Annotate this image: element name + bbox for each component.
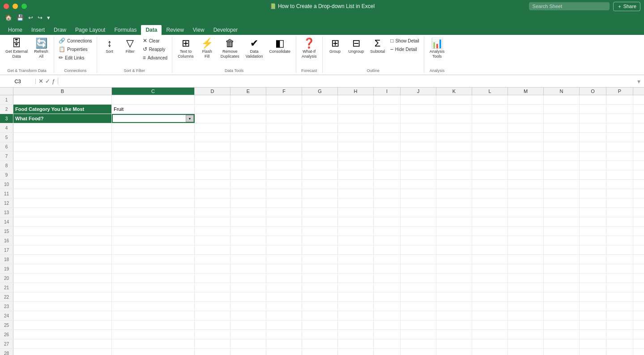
cell-d28[interactable] bbox=[195, 349, 230, 355]
cell-c21[interactable] bbox=[112, 283, 195, 292]
cell-m28[interactable] bbox=[508, 349, 544, 355]
row-number-23[interactable]: 23 bbox=[0, 302, 13, 311]
cell-g11[interactable] bbox=[302, 189, 338, 198]
cell-p2[interactable] bbox=[606, 105, 633, 114]
cell-f13[interactable] bbox=[266, 208, 302, 217]
cell-d20[interactable] bbox=[195, 274, 230, 283]
cell-d25[interactable] bbox=[195, 321, 230, 330]
cell-l11[interactable] bbox=[472, 189, 508, 198]
cell-q14[interactable] bbox=[633, 217, 644, 226]
cell-c24[interactable] bbox=[112, 311, 195, 320]
cell-h4[interactable] bbox=[338, 123, 374, 132]
more-icon[interactable]: ▾ bbox=[46, 13, 51, 22]
cell-l28[interactable] bbox=[472, 349, 508, 355]
row-number-15[interactable]: 15 bbox=[0, 227, 13, 236]
cell-e1[interactable] bbox=[230, 95, 266, 104]
cell-g12[interactable] bbox=[302, 199, 338, 207]
cell-i19[interactable] bbox=[374, 264, 401, 273]
cell-m3[interactable] bbox=[508, 114, 544, 123]
cell-q12[interactable] bbox=[633, 199, 644, 207]
cell-h12[interactable] bbox=[338, 199, 374, 207]
cell-g20[interactable] bbox=[302, 274, 338, 283]
cell-o7[interactable] bbox=[580, 152, 606, 161]
col-header-c[interactable]: C bbox=[112, 88, 195, 95]
cell-d3[interactable] bbox=[195, 114, 230, 123]
cell-j8[interactable] bbox=[401, 161, 436, 170]
row-number-3[interactable]: 3 bbox=[0, 114, 13, 123]
cell-g2[interactable] bbox=[302, 105, 338, 114]
cell-g27[interactable] bbox=[302, 339, 338, 348]
cell-n27[interactable] bbox=[544, 339, 580, 348]
cell-f22[interactable] bbox=[266, 292, 302, 301]
cell-q4[interactable] bbox=[633, 123, 644, 132]
cell-b21[interactable] bbox=[13, 283, 112, 292]
cell-m21[interactable] bbox=[508, 283, 544, 292]
cell-m12[interactable] bbox=[508, 199, 544, 207]
cell-j4[interactable] bbox=[401, 123, 436, 132]
cell-g21[interactable] bbox=[302, 283, 338, 292]
row-number-5[interactable]: 5 bbox=[0, 133, 13, 142]
cell-f19[interactable] bbox=[266, 264, 302, 273]
cell-n12[interactable] bbox=[544, 199, 580, 207]
cell-p9[interactable] bbox=[606, 170, 633, 179]
cell-b14[interactable] bbox=[13, 217, 112, 226]
formula-expand-icon[interactable]: ▾ bbox=[637, 78, 644, 85]
cell-l5[interactable] bbox=[472, 133, 508, 142]
cell-l20[interactable] bbox=[472, 274, 508, 283]
cell-d2[interactable] bbox=[195, 105, 230, 114]
refresh-all-button[interactable]: 🔄 RefreshAll bbox=[31, 37, 51, 61]
cell-k27[interactable] bbox=[436, 339, 472, 348]
row-number-1[interactable]: 1 bbox=[0, 95, 13, 104]
cell-e26[interactable] bbox=[230, 330, 266, 339]
row-number-6[interactable]: 6 bbox=[0, 142, 13, 151]
cell-p7[interactable] bbox=[606, 152, 633, 161]
cell-m10[interactable] bbox=[508, 180, 544, 189]
cell-q24[interactable] bbox=[633, 311, 644, 320]
cell-o25[interactable] bbox=[580, 321, 606, 330]
cell-d26[interactable] bbox=[195, 330, 230, 339]
cell-c18[interactable] bbox=[112, 255, 195, 264]
cell-b24[interactable] bbox=[13, 311, 112, 320]
cell-i27[interactable] bbox=[374, 339, 401, 348]
cell-i3[interactable] bbox=[374, 114, 401, 123]
redo-icon[interactable]: ↪ bbox=[36, 13, 44, 22]
cell-k6[interactable] bbox=[436, 142, 472, 151]
cell-j6[interactable] bbox=[401, 142, 436, 151]
cell-n28[interactable] bbox=[544, 349, 580, 355]
cell-g6[interactable] bbox=[302, 142, 338, 151]
cell-e28[interactable] bbox=[230, 349, 266, 355]
cell-n16[interactable] bbox=[544, 236, 580, 245]
cell-c7[interactable] bbox=[112, 152, 195, 161]
cell-f1[interactable] bbox=[266, 95, 302, 104]
cell-d19[interactable] bbox=[195, 264, 230, 273]
col-header-h[interactable]: H bbox=[338, 88, 374, 95]
cell-j22[interactable] bbox=[401, 292, 436, 301]
cell-n13[interactable] bbox=[544, 208, 580, 217]
cell-g19[interactable] bbox=[302, 264, 338, 273]
cell-q10[interactable] bbox=[633, 180, 644, 189]
cell-c17[interactable] bbox=[112, 245, 195, 254]
cell-b17[interactable] bbox=[13, 245, 112, 254]
tab-review[interactable]: Review bbox=[162, 25, 188, 35]
cell-p26[interactable] bbox=[606, 330, 633, 339]
cell-k14[interactable] bbox=[436, 217, 472, 226]
cell-l24[interactable] bbox=[472, 311, 508, 320]
tab-page-layout[interactable]: Page Layout bbox=[71, 25, 110, 35]
cell-g15[interactable] bbox=[302, 227, 338, 236]
cell-f20[interactable] bbox=[266, 274, 302, 283]
cell-k26[interactable] bbox=[436, 330, 472, 339]
cell-k24[interactable] bbox=[436, 311, 472, 320]
row-number-12[interactable]: 12 bbox=[0, 199, 13, 207]
cell-f21[interactable] bbox=[266, 283, 302, 292]
cell-i4[interactable] bbox=[374, 123, 401, 132]
cell-l19[interactable] bbox=[472, 264, 508, 273]
maximize-button[interactable] bbox=[21, 4, 27, 9]
cell-b10[interactable] bbox=[13, 180, 112, 189]
cell-k1[interactable] bbox=[436, 95, 472, 104]
cell-k5[interactable] bbox=[436, 133, 472, 142]
cell-k18[interactable] bbox=[436, 255, 472, 264]
cell-e9[interactable] bbox=[230, 170, 266, 179]
list-item[interactable]: Apple bbox=[113, 123, 157, 123]
cell-j3[interactable] bbox=[401, 114, 436, 123]
cell-h3[interactable] bbox=[338, 114, 374, 123]
